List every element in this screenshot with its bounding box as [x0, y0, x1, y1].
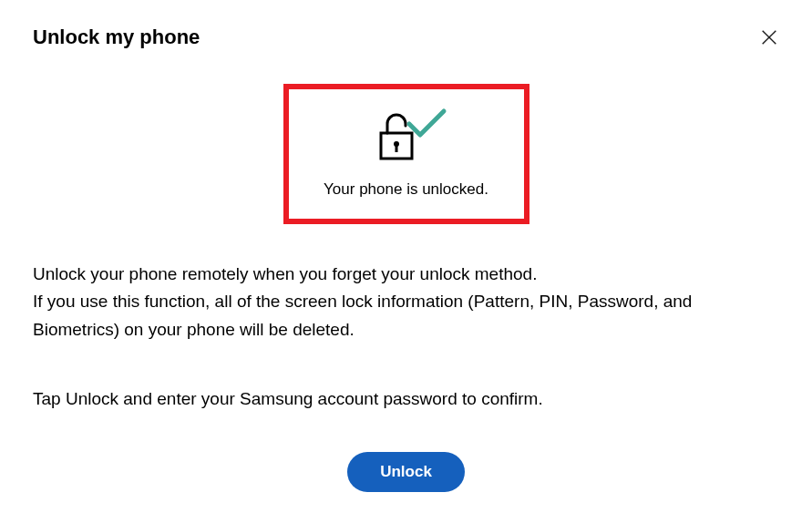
dialog-header: Unlock my phone: [0, 0, 812, 58]
svg-rect-4: [395, 145, 397, 152]
status-highlight-box: Your phone is unlocked.: [283, 84, 529, 224]
dialog-content: Unlock your phone remotely when you forg…: [0, 261, 812, 492]
unlock-button[interactable]: Unlock: [347, 452, 465, 492]
button-row: Unlock: [33, 452, 779, 492]
description-text: Unlock your phone remotely when you forg…: [33, 261, 779, 344]
status-message: Your phone is unlocked.: [298, 180, 515, 199]
instruction-text: Tap Unlock and enter your Samsung accoun…: [33, 385, 779, 413]
unlocked-check-icon: [365, 106, 447, 164]
page-title: Unlock my phone: [33, 26, 200, 49]
close-icon[interactable]: [759, 27, 779, 47]
